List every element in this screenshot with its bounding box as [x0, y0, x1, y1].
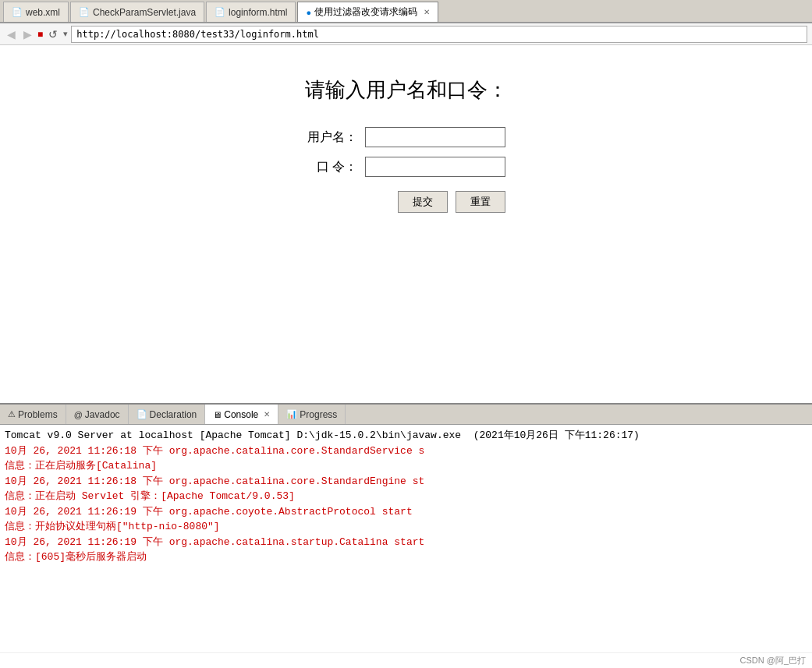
- console-label: Console: [224, 409, 258, 420]
- bottom-panel: ⚠ Problems @ Javadoc 📄 Declaration 🖥 Con…: [0, 403, 812, 668]
- stop-button[interactable]: ■: [37, 29, 43, 40]
- tab-web-xml-label: web.xml: [26, 7, 60, 18]
- tab-check-param-label: CheckParamServlet.java: [93, 7, 196, 18]
- tab-filter-close[interactable]: ✕: [424, 8, 430, 16]
- console-icon: 🖥: [213, 410, 222, 419]
- username-input[interactable]: [365, 127, 505, 147]
- console-line: 信息：[605]毫秒后服务器启动: [5, 550, 807, 565]
- problems-label: Problems: [18, 409, 58, 420]
- javadoc-label: Javadoc: [85, 409, 120, 420]
- panel-tab-problems[interactable]: ⚠ Problems: [0, 405, 66, 424]
- tab-web-xml[interactable]: 📄 web.xml: [3, 2, 69, 22]
- console-line: 10月 26, 2021 11:26:18 下午 org.apache.cata…: [5, 444, 807, 459]
- tab-loginform-label: loginform.html: [229, 7, 287, 18]
- username-row: 用户名：: [307, 127, 505, 147]
- console-line: 10月 26, 2021 11:26:19 下午 org.apache.coyo…: [5, 504, 807, 520]
- javadoc-icon: @: [74, 410, 83, 419]
- password-input[interactable]: [365, 157, 505, 177]
- password-label: 口 令：: [310, 159, 357, 175]
- page-content: 请输入用户名和口令： 用户名： 口 令： 提交 重置: [0, 45, 812, 403]
- url-input[interactable]: [71, 26, 807, 43]
- console-output: Tomcat v9.0 Server at localhost [Apache …: [0, 425, 812, 652]
- progress-label: Progress: [300, 409, 337, 420]
- console-line: 10月 26, 2021 11:26:19 下午 org.apache.cata…: [5, 535, 807, 550]
- password-row: 口 令：: [310, 157, 505, 177]
- declaration-icon: 📄: [137, 409, 147, 419]
- login-form: 用户名： 口 令： 提交 重置: [307, 127, 505, 213]
- console-line: 信息：开始协议处理句柄["http-nio-8080"]: [5, 519, 807, 535]
- panel-tab-declaration[interactable]: 📄 Declaration: [129, 405, 206, 424]
- ide-window: 📄 web.xml 📄 CheckParamServlet.java 📄 log…: [0, 0, 812, 668]
- progress-icon: 📊: [286, 409, 297, 419]
- submit-button[interactable]: 提交: [398, 191, 448, 213]
- form-buttons: 提交 重置: [398, 191, 505, 213]
- tab-loginform[interactable]: 📄 loginform.html: [206, 2, 296, 22]
- forward-button[interactable]: ▶: [21, 28, 34, 41]
- csdn-watermark: CSDN @阿_巴打: [0, 652, 812, 668]
- panel-tab-bar: ⚠ Problems @ Javadoc 📄 Declaration 🖥 Con…: [0, 405, 812, 425]
- tab-filter-icon: ●: [306, 8, 311, 17]
- declaration-label: Declaration: [150, 409, 197, 420]
- panel-tab-progress[interactable]: 📊 Progress: [278, 405, 346, 424]
- address-bar: ◀ ▶ ■ ↺ ▾: [0, 23, 812, 45]
- tab-web-xml-icon: 📄: [12, 7, 23, 17]
- tab-filter-label: 使用过滤器改变请求编码: [314, 5, 417, 19]
- tab-bar: 📄 web.xml 📄 CheckParamServlet.java 📄 log…: [0, 0, 812, 23]
- console-line: 10月 26, 2021 11:26:18 下午 org.apache.cata…: [5, 474, 807, 490]
- nav-separator: ▾: [63, 29, 68, 39]
- tab-filter[interactable]: ● 使用过滤器改变请求编码 ✕: [297, 2, 438, 22]
- tab-check-param-icon: 📄: [79, 7, 90, 17]
- console-line: 信息：正在启动服务[Catalina]: [5, 458, 807, 474]
- console-close[interactable]: ✕: [264, 410, 270, 419]
- panel-tab-javadoc[interactable]: @ Javadoc: [66, 405, 129, 424]
- panel-tab-console[interactable]: 🖥 Console ✕: [205, 405, 278, 424]
- console-line: Tomcat v9.0 Server at localhost [Apache …: [5, 428, 807, 444]
- problems-icon: ⚠: [8, 409, 16, 419]
- tab-loginform-icon: 📄: [215, 7, 225, 17]
- back-button[interactable]: ◀: [5, 28, 18, 41]
- reset-button[interactable]: 重置: [456, 191, 505, 213]
- username-label: 用户名：: [307, 129, 357, 146]
- tab-check-param[interactable]: 📄 CheckParamServlet.java: [70, 2, 204, 22]
- page-title: 请输入用户名和口令：: [305, 76, 508, 104]
- console-line: 信息：正在启动 Servlet 引擎：[Apache Tomcat/9.0.53…: [5, 489, 807, 504]
- refresh-button[interactable]: ↺: [46, 28, 60, 41]
- browser-content: 请输入用户名和口令： 用户名： 口 令： 提交 重置: [0, 45, 812, 403]
